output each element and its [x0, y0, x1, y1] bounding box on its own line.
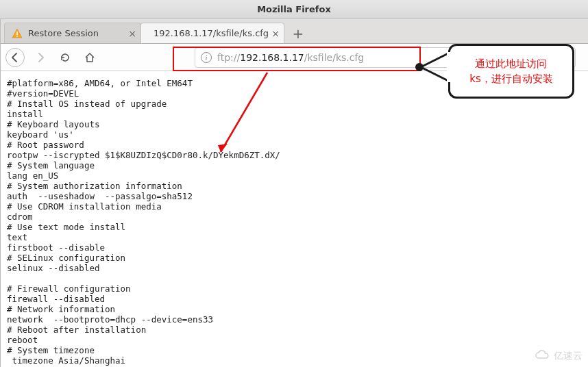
close-icon[interactable]: × — [271, 28, 280, 39]
window-titlebar: Mozilla Firefox — [0, 0, 588, 19]
cloud-icon — [535, 349, 550, 363]
watermark: 亿速云 — [535, 349, 583, 363]
window-title: Mozilla Firefox — [0, 4, 588, 14]
svg-rect-2 — [16, 36, 18, 37]
svg-rect-1 — [16, 31, 18, 35]
file-content: #platform=x86, AMD64, or Intel EM64T #ve… — [7, 78, 588, 367]
annotation-callout: 通过此地址访问 ks，进行自动安装 — [448, 44, 574, 99]
window-left-edge — [0, 19, 1, 367]
home-button[interactable] — [81, 49, 99, 66]
tab-ksfile[interactable]: 192.168.1.17/ksfile/ks.cfg × — [140, 23, 284, 43]
close-icon[interactable]: × — [128, 28, 136, 39]
tab-restore-session[interactable]: Restore Session × — [4, 23, 141, 43]
back-button[interactable] — [5, 48, 25, 67]
forward-button[interactable] — [32, 49, 49, 66]
annotation-url-highlight — [173, 47, 421, 71]
warning-icon — [12, 28, 23, 39]
tab-label: Restore Session — [28, 28, 99, 38]
new-tab-button[interactable]: + — [288, 24, 308, 43]
tab-label: 192.168.1.17/ksfile/ks.cfg — [154, 28, 269, 38]
tab-strip: Restore Session × 192.168.1.17/ksfile/ks… — [0, 19, 588, 44]
reload-button[interactable] — [56, 49, 74, 66]
